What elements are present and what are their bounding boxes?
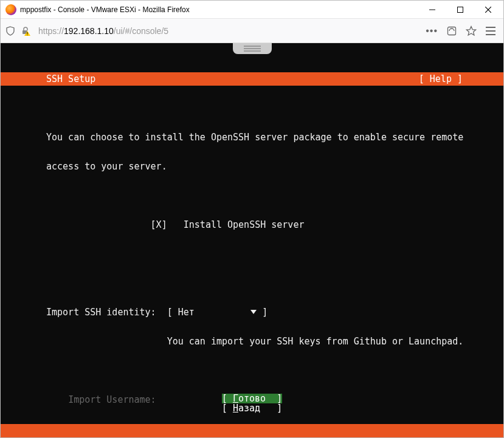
tracking-shield-icon[interactable] <box>5 26 15 36</box>
installer-body: You can choose to install the OpenSSH se… <box>1 105 503 437</box>
done-button[interactable]: [ Готово ] <box>222 394 282 403</box>
page-actions-icon[interactable]: ••• <box>426 26 438 36</box>
svg-rect-6 <box>27 32 28 34</box>
window-controls <box>418 1 502 18</box>
vmware-console[interactable]: SSH Setup [ Help ] You can choose to ins… <box>1 43 503 437</box>
import-identity-value: Нет <box>178 307 195 318</box>
toolbar-right: ••• <box>426 26 499 36</box>
installer-buttons: [ Готово ] [ Назад ] <box>1 394 503 413</box>
lock-warning-icon[interactable] <box>20 26 31 36</box>
bookmark-star-icon[interactable] <box>466 26 477 36</box>
help-button[interactable]: [ Help ] <box>419 74 463 84</box>
reader-icon[interactable] <box>446 26 457 36</box>
window-title: mppostfix - Console - VMware ESXi - Mozi… <box>20 5 418 14</box>
installer-header: SSH Setup [ Help ] <box>1 72 503 86</box>
url-path: /ui/#/console/5 <box>114 26 168 36</box>
console-handle-icon[interactable] <box>233 43 272 54</box>
console-screen: SSH Setup [ Help ] You can choose to ins… <box>1 43 503 437</box>
intro-line-1: You can choose to install the OpenSSH se… <box>46 132 503 142</box>
import-identity-dropdown[interactable]: [ Нет ] <box>167 307 268 318</box>
svg-marker-9 <box>466 26 475 35</box>
minimize-button[interactable] <box>418 1 446 18</box>
window-titlebar[interactable]: mppostfix - Console - VMware ESXi - Mozi… <box>1 1 503 19</box>
url-prefix: https:// <box>38 26 64 36</box>
url-bar[interactable]: https://192.168.1.10/ui/#/console/5 <box>36 22 421 39</box>
browser-toolbar: https://192.168.1.10/ui/#/console/5 ••• <box>1 19 503 43</box>
chevron-down-icon <box>250 310 257 314</box>
svg-rect-7 <box>27 35 28 35</box>
url-host: 192.168.1.10 <box>64 26 114 36</box>
install-openssh-checkbox[interactable]: [X] <box>151 219 167 230</box>
menu-button[interactable] <box>485 26 496 36</box>
installer-footer <box>1 424 503 437</box>
back-button[interactable]: [ Назад ] <box>222 403 282 413</box>
import-identity-help: You can import your SSH keys from Github… <box>167 336 464 347</box>
firefox-window: mppostfix - Console - VMware ESXi - Mozi… <box>0 0 504 438</box>
hamburger-icon <box>486 27 495 35</box>
intro-line-2: access to your server. <box>46 162 503 171</box>
install-openssh-label: Install OpenSSH server <box>184 219 305 230</box>
import-identity-label: Import SSH identity: <box>46 307 156 318</box>
maximize-button[interactable] <box>446 1 474 18</box>
header-title: SSH Setup <box>46 74 95 84</box>
close-button[interactable] <box>474 1 502 18</box>
svg-rect-1 <box>458 7 463 12</box>
firefox-icon <box>5 4 16 15</box>
